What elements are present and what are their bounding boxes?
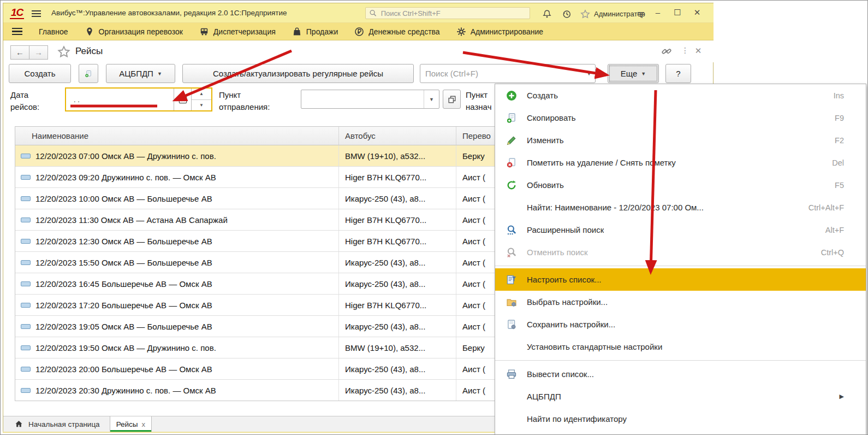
ruble-icon bbox=[354, 27, 364, 37]
list-item-icon bbox=[21, 388, 31, 393]
menu-item-label: Отменить поиск bbox=[527, 248, 588, 257]
menu-item-label: Вывести список... bbox=[527, 369, 594, 379]
list-search-box[interactable]: ▼ bbox=[420, 64, 596, 83]
menu-item-shortcut: F2 bbox=[824, 136, 844, 145]
departure-combo[interactable]: ▼ bbox=[301, 90, 439, 109]
bag-icon bbox=[292, 27, 302, 37]
notifications-bell-icon[interactable] bbox=[542, 9, 552, 19]
menu-item-label: Изменить bbox=[527, 136, 564, 145]
section-label: Диспетчеризация bbox=[213, 27, 276, 36]
column-header-bus[interactable]: Автобус bbox=[339, 127, 456, 145]
search-dropdown-icon[interactable]: ▼ bbox=[583, 71, 595, 77]
screenshot-root: 1С Авибус™:Управление автовокзалами, ред… bbox=[0, 0, 868, 435]
copy-icon bbox=[506, 113, 517, 124]
trip-date-input[interactable] bbox=[66, 89, 174, 110]
sections-menu-icon[interactable] bbox=[12, 26, 22, 37]
get-link-icon[interactable] bbox=[661, 46, 672, 57]
menu-item[interactable]: Пометить на удаление / Снять пометку Del… bbox=[495, 151, 866, 174]
menu-item[interactable]: Расширенный поиск Alt+F ▶ bbox=[495, 219, 866, 241]
menu-item-label: Создать bbox=[527, 91, 558, 100]
home-icon bbox=[14, 420, 23, 428]
section-item[interactable]: Денежные средства bbox=[354, 27, 439, 37]
refresh-icon bbox=[506, 180, 517, 191]
departure-combo-value bbox=[301, 90, 424, 108]
menu-item-shortcut: Ctrl+Q bbox=[810, 248, 844, 257]
maximize-button[interactable]: ☐ bbox=[671, 8, 683, 17]
create-regular-trips-button[interactable]: Создать/актуализировать регулярные рейсы bbox=[182, 64, 414, 83]
menu-separator bbox=[495, 266, 866, 266]
print-list-icon bbox=[506, 369, 517, 380]
trip-name: 12/20/2023 12:30 Омск АВ — Большеречье А… bbox=[35, 237, 212, 246]
combo-dropdown-icon[interactable]: ▼ bbox=[424, 90, 439, 108]
section-item[interactable]: Диспетчеризация bbox=[199, 27, 276, 37]
history-icon[interactable] bbox=[561, 9, 572, 19]
column-header-name[interactable]: Наименование bbox=[15, 127, 339, 145]
create-icon bbox=[506, 90, 517, 101]
trip-name: 12/20/2023 17:20 Большеречье АВ — Омск А… bbox=[35, 301, 212, 310]
spinner-up-icon[interactable]: ▲ bbox=[192, 89, 211, 100]
list-item-icon bbox=[21, 281, 31, 286]
menu-item-label: Обновить bbox=[527, 180, 564, 190]
create-by-copy-button[interactable] bbox=[79, 64, 98, 83]
menu-item[interactable]: Отменить поиск Ctrl+Q ▶ bbox=[495, 241, 866, 263]
trip-bus: Икарус-250 (43), а8... bbox=[339, 358, 456, 379]
menu-item[interactable]: Найти: Наименование - 12/20/2023 07:00 О… bbox=[495, 196, 866, 219]
section-item[interactable]: Организация перевозок bbox=[85, 27, 183, 37]
minimize-button[interactable]: – bbox=[652, 8, 664, 17]
menu-item[interactable]: Выбрать настройки... ▶ bbox=[495, 291, 866, 313]
section-item[interactable]: Администрирование bbox=[456, 27, 544, 37]
favorite-star-icon[interactable] bbox=[57, 45, 70, 58]
menu-item-shortcut: Ins bbox=[823, 91, 844, 100]
section-item[interactable]: Главное bbox=[39, 27, 68, 36]
favorites-star-icon[interactable] bbox=[580, 9, 591, 19]
trip-name: 12/20/2023 16:45 Большеречье АВ — Омск А… bbox=[35, 279, 212, 289]
trips-tab[interactable]: Рейсы x bbox=[110, 416, 152, 432]
section-label: Организация перевозок bbox=[99, 27, 183, 36]
close-form-icon[interactable]: ✕ bbox=[693, 46, 704, 57]
list-item-icon bbox=[21, 303, 31, 308]
menu-item[interactable]: Сохранить настройки... ▶ bbox=[495, 313, 866, 336]
menu-item[interactable]: Изменить F2 ▶ bbox=[495, 129, 866, 151]
back-button[interactable]: ← bbox=[10, 45, 29, 60]
global-search-box[interactable] bbox=[365, 7, 530, 19]
service-menu-icon[interactable] bbox=[635, 9, 646, 19]
menu-item[interactable]: Вывести список... ▶ bbox=[495, 363, 866, 385]
list-search-input[interactable] bbox=[420, 69, 583, 78]
section-item[interactable]: Продажи bbox=[292, 27, 338, 37]
menu-item-label: Найти по идентификатору bbox=[527, 414, 627, 424]
help-button[interactable]: ? bbox=[665, 64, 691, 83]
create-button[interactable]: Создать bbox=[9, 64, 71, 83]
menu-item-shortcut: Del bbox=[821, 158, 844, 167]
departure-open-button[interactable] bbox=[443, 90, 461, 109]
main-menu-icon[interactable] bbox=[32, 9, 41, 19]
trip-bus: BMW (19+10), а532... bbox=[339, 145, 456, 166]
close-window-button[interactable]: ✕ bbox=[691, 8, 703, 17]
menu-item[interactable]: Найти по идентификатору ▶ bbox=[495, 408, 866, 430]
tab-close-icon[interactable]: x bbox=[142, 420, 146, 428]
window-titlebar: 1С Авибус™:Управление автовокзалами, ред… bbox=[3, 3, 714, 22]
menu-item[interactable]: Настроить список... ▶ bbox=[495, 268, 866, 291]
trip-name: 12/20/2023 07:00 Омск АВ — Дружинино с. … bbox=[35, 151, 216, 161]
global-search-input[interactable] bbox=[380, 9, 526, 18]
acbpdp-button[interactable]: АЦБПДП▼ bbox=[106, 64, 175, 83]
forward-button[interactable]: → bbox=[29, 45, 48, 60]
menu-item[interactable]: Установить стандартные настройки ▶ bbox=[495, 336, 866, 358]
calendar-button[interactable] bbox=[174, 89, 191, 110]
menu-item[interactable]: Скопировать F9 ▶ bbox=[495, 107, 866, 129]
copy-document-icon bbox=[85, 69, 92, 79]
open-in-list-icon bbox=[447, 95, 457, 104]
home-page-tab[interactable]: Начальная страница bbox=[3, 416, 110, 432]
menu-item[interactable]: Создать Ins ▶ bbox=[495, 84, 866, 107]
date-spinner[interactable]: ▲▼ bbox=[191, 89, 211, 110]
more-button[interactable]: Еще▼ bbox=[608, 64, 659, 83]
trip-bus: BMW (19+10), а532... bbox=[339, 337, 456, 358]
menu-item[interactable]: АЦБПДП ▶ bbox=[495, 385, 866, 408]
departure-filter-label: Пунктотправления: bbox=[219, 89, 270, 113]
trip-bus: Икарус-250 (43), а8... bbox=[339, 380, 456, 401]
spinner-down-icon[interactable]: ▼ bbox=[192, 100, 211, 111]
menu-item[interactable]: Обновить F5 ▶ bbox=[495, 174, 866, 196]
menu-item-label: Сохранить настройки... bbox=[527, 320, 615, 329]
trips-tab-label: Рейсы bbox=[116, 420, 138, 428]
more-dots-icon[interactable]: ⋮ bbox=[680, 46, 691, 57]
list-item-icon bbox=[21, 324, 31, 329]
